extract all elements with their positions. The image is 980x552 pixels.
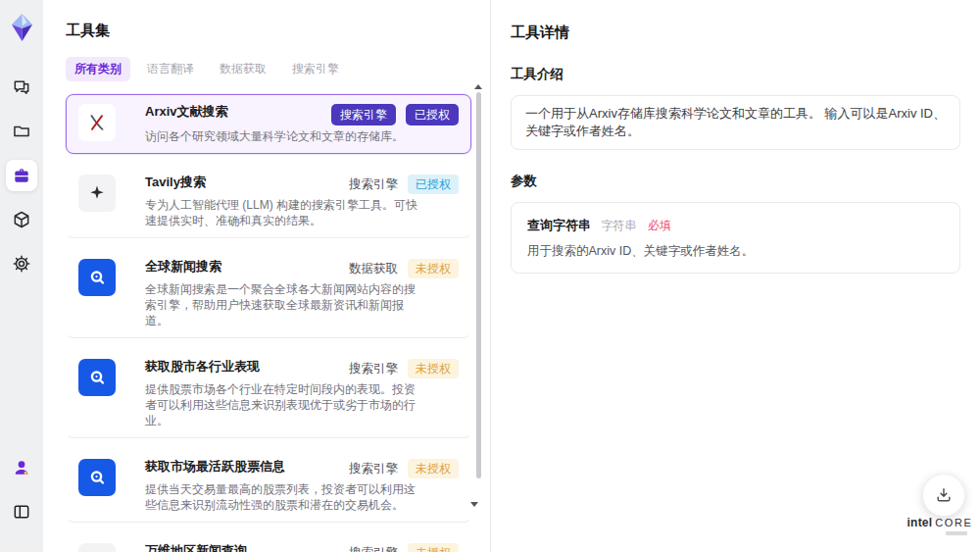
tab-data-acquisition[interactable]: 数据获取	[211, 57, 275, 81]
parameter-item: 查询字符串 字符串 必填 用于搜索的Arxiv ID、关键字或作者姓名。	[511, 202, 960, 274]
core-wordmark: CORE	[935, 518, 972, 528]
tool-detail-panel: 工具详情 工具介绍 一个用于从Arxiv存储库搜索科学论文和文章的工具。 输入可…	[490, 0, 980, 552]
tool-description: 专为人工智能代理 (LLM) 构建的搜索引擎工具。可快速提供实时、准确和真实的结…	[145, 197, 423, 228]
tool-card-tavily[interactable]: Tavily搜索 搜索引擎 已授权 专为人工智能代理 (LLM) 构建的搜索引擎…	[66, 165, 471, 238]
category-label: 搜索引擎	[349, 176, 398, 193]
auth-status-badge: 未授权	[408, 543, 459, 552]
tab-language-translation[interactable]: 语言翻译	[138, 57, 203, 81]
toolset-panel: 工具集 所有类别 语言翻译 数据获取 搜索引擎 Arxiv文献搜索 搜索引擎 已…	[43, 0, 490, 552]
tool-description: 提供股票市场各个行业在特定时间段内的表现。投资者可以利用这些信息来识别表现优于或…	[145, 381, 423, 428]
tool-name: 获取股市各行业表现	[145, 359, 341, 375]
sidebar-item-account[interactable]	[6, 452, 37, 483]
category-tabs: 所有类别 语言翻译 数据获取 搜索引擎	[66, 57, 490, 81]
tool-name: Tavily搜索	[145, 175, 341, 190]
arxiv-logo-icon	[78, 104, 116, 141]
auth-status-badge: 已授权	[408, 175, 459, 194]
download-button[interactable]	[922, 474, 965, 517]
tool-description: 访问各个研究领域大量科学论文和文章的存储库。	[145, 128, 423, 144]
auth-status-badge: 未授权	[408, 259, 459, 278]
tool-name: 获取市场最活跃股票信息	[145, 459, 341, 475]
tool-name: 全球新闻搜索	[145, 259, 341, 275]
auth-status-badge: 未授权	[408, 359, 459, 378]
tool-card-most-active-stocks[interactable]: 获取市场最活跃股票信息 搜索引擎 未授权 提供当天交易量最高的股票列表，投资者可…	[66, 449, 471, 523]
blue-search-logo-icon	[78, 459, 116, 496]
category-chip: 搜索引擎	[331, 104, 396, 125]
param-required-label: 必填	[648, 219, 671, 232]
sidebar-item-files[interactable]	[6, 116, 37, 147]
panel-collapse-icon	[12, 502, 31, 522]
scroll-down-arrow-icon[interactable]	[470, 502, 478, 507]
param-name: 查询字符串	[527, 218, 591, 232]
chat-icon	[12, 77, 31, 97]
detail-title: 工具详情	[511, 24, 960, 42]
download-icon	[934, 485, 954, 505]
sidebar-item-chat[interactable]	[6, 72, 37, 103]
list-scrollbar-thumb[interactable]	[476, 92, 481, 478]
category-label: 搜索引擎	[349, 461, 398, 477]
newspaper-icon	[78, 543, 116, 552]
page-title: 工具集	[66, 22, 490, 40]
category-label: 数据获取	[349, 261, 398, 277]
sidebar-item-toolbox[interactable]	[6, 160, 37, 191]
tool-name: Arxiv文献搜索	[145, 104, 323, 120]
briefcase-icon	[12, 166, 31, 185]
tool-description: 提供当天交易量最高的股票列表，投资者可以利用这些信息来识别流动性强的股票和潜在的…	[145, 481, 423, 513]
params-heading: 参数	[511, 173, 960, 190]
tool-intro-text: 一个用于从Arxiv存储库搜索科学论文和文章的工具。 输入可以是Arxiv ID…	[511, 95, 960, 150]
user-avatar-icon	[12, 458, 31, 477]
param-description: 用于搜索的Arxiv ID、关键字或作者姓名。	[527, 243, 944, 260]
auth-status-badge: 未授权	[408, 459, 459, 478]
cube-icon	[12, 210, 31, 229]
category-label: 搜索引擎	[349, 361, 398, 377]
tool-card-arxiv[interactable]: Arxiv文献搜索 搜索引擎 已授权 访问各个研究领域大量科学论文和文章的存储库…	[66, 94, 471, 154]
sparkle-star-icon	[78, 175, 116, 212]
tool-name: 万维地区新闻查询	[145, 543, 341, 552]
tab-search-engine[interactable]: 搜索引擎	[283, 57, 348, 81]
left-rail	[0, 0, 43, 552]
tool-card-regional-news[interactable]: 万维地区新闻查询 搜索引擎 未授权 查询具体行政区划内的新闻，快速了解各地新闻动	[66, 533, 471, 552]
tool-card-sector-performance[interactable]: 获取股市各行业表现 搜索引擎 未授权 提供股票市场各个行业在特定时间段内的表现。…	[66, 349, 471, 438]
sidebar-item-settings[interactable]	[6, 248, 37, 279]
app-logo-gem-icon	[9, 13, 35, 42]
gear-icon	[12, 254, 31, 274]
intel-wordmark: intel	[907, 517, 933, 528]
sidebar-item-collapse[interactable]	[6, 496, 37, 527]
category-label: 搜索引擎	[349, 545, 398, 552]
blue-search-logo-icon	[78, 359, 116, 396]
scroll-up-arrow-icon[interactable]	[474, 84, 482, 89]
intel-core-logo: intel CORE	[908, 517, 971, 535]
auth-status-chip: 已授权	[406, 104, 459, 125]
folder-icon	[12, 122, 31, 141]
param-type-label: 字符串	[601, 219, 636, 232]
blue-search-logo-icon	[78, 259, 116, 296]
intel-core-subtext-bar	[946, 531, 967, 535]
sidebar-item-plugins[interactable]	[6, 204, 37, 235]
tool-card-global-news[interactable]: 全球新闻搜索 数据获取 未授权 全球新闻搜索是一个聚合全球各大新闻网站内容的搜索…	[66, 249, 471, 338]
tool-list: Arxiv文献搜索 搜索引擎 已授权 访问各个研究领域大量科学论文和文章的存储库…	[66, 94, 471, 552]
intro-heading: 工具介绍	[511, 66, 960, 83]
tab-all-categories[interactable]: 所有类别	[66, 57, 130, 81]
tool-description: 全球新闻搜索是一个聚合全球各大新闻网站内容的搜索引擎，帮助用户快速获取全球最新资…	[145, 281, 423, 328]
